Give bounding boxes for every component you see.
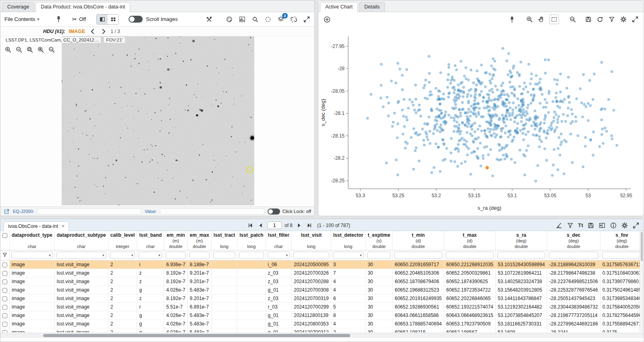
column-header-lsst_detector[interactable]: lsst_detectorlong xyxy=(331,231,366,250)
column-header-lsst_visit[interactable]: lsst_visitlong xyxy=(291,231,331,250)
zoom-out-icon[interactable] xyxy=(15,46,23,53)
horizontal-scrollbar[interactable] xyxy=(0,333,644,338)
save-chart-icon[interactable] xyxy=(585,16,592,23)
grid-view-button[interactable] xyxy=(108,15,118,24)
table-row[interactable]: imagelsst.visit_image2g4.026e-75.483e-7g… xyxy=(0,311,644,320)
filter-input-t_max[interactable] xyxy=(446,252,494,259)
close-icon[interactable]: × xyxy=(62,224,64,229)
file-contents-dropdown[interactable]: File Contents ▾ xyxy=(4,16,39,22)
column-header-s_fov[interactable]: s_fov(deg)double xyxy=(600,231,644,250)
zoom-fit-icon[interactable] xyxy=(26,46,33,53)
expand-icon[interactable] xyxy=(303,16,310,23)
column-header-lsst_patch[interactable]: lsst_patchlong xyxy=(237,231,266,250)
row-checkbox[interactable] xyxy=(2,271,7,276)
restore-chart-icon[interactable] xyxy=(596,16,604,23)
filter-select-lsst_detector[interactable]: ▾ xyxy=(333,252,364,259)
next-hdu-icon[interactable] xyxy=(100,28,107,35)
filter-input-lsst_visit[interactable] xyxy=(293,252,329,259)
filter-select-dataproduct_type[interactable]: ▾ xyxy=(11,252,53,259)
row-checkbox[interactable] xyxy=(2,296,7,301)
table-row[interactable]: imagelsst.visit_image2g4.026e-75.483e-7g… xyxy=(0,320,644,328)
table-row[interactable]: imagelsst.visit_image2g4.026e-75.483e-7g… xyxy=(0,286,644,294)
fits-image-viewport[interactable]: LSST.DP1, LSSTComCam, CC_O_202412… FOV:2… xyxy=(0,36,314,206)
pin-chart-icon[interactable] xyxy=(508,16,516,23)
expand-table-icon[interactable] xyxy=(632,222,640,229)
zoom-1x-icon[interactable]: 1x xyxy=(48,46,55,53)
color-palette-icon[interactable] xyxy=(226,16,233,23)
row-checkbox[interactable] xyxy=(2,263,7,267)
column-header-s_dec[interactable]: s_dec(deg)double xyxy=(547,231,600,250)
column-header-lsst_tract[interactable]: lsst_tractlong xyxy=(211,231,237,250)
click-lock-toggle[interactable] xyxy=(268,209,280,215)
scatter-chart[interactable]: 53.353.2553.253.1553.153.055352.95-27.95… xyxy=(318,27,644,216)
layers-icon[interactable]: 2 xyxy=(277,16,285,23)
add-chart-icon[interactable] xyxy=(323,16,331,23)
next-page-icon[interactable] xyxy=(295,222,303,229)
column-header-lsst_band[interactable]: lsst_bandchar xyxy=(137,231,164,250)
single-view-button[interactable] xyxy=(97,15,108,24)
filter-select-lsst_filter[interactable]: ▾ xyxy=(268,252,290,259)
page-input[interactable] xyxy=(267,221,282,229)
table-settings-icon[interactable] xyxy=(621,222,628,229)
filter-chart-icon[interactable] xyxy=(608,16,615,23)
add-column-icon[interactable] xyxy=(598,222,606,229)
zoom-fill-icon[interactable] xyxy=(37,46,44,53)
info-icon[interactable] xyxy=(610,222,617,229)
select-region-icon[interactable] xyxy=(264,16,272,23)
filter-table-icon[interactable] xyxy=(567,222,574,229)
previous-page-icon[interactable] xyxy=(257,222,264,229)
column-header-calib_level[interactable]: calib_levelinteger xyxy=(108,231,137,250)
open-in-new-icon[interactable] xyxy=(4,209,10,215)
filter-select-calib_level[interactable]: ▾ xyxy=(110,252,135,259)
vertical-scrollbar[interactable] xyxy=(640,231,644,332)
filter-input-em_min[interactable] xyxy=(166,252,185,259)
filter-input-t_min[interactable] xyxy=(394,252,442,259)
tab-coverage[interactable]: Coverage xyxy=(2,2,34,12)
table-row[interactable]: imagelsst.visit_image2z8.192e-79.201e-7z… xyxy=(0,294,644,303)
row-checkbox[interactable] xyxy=(2,313,7,318)
last-page-icon[interactable] xyxy=(305,222,313,229)
fits-image[interactable] xyxy=(62,36,254,205)
table-row[interactable]: imagelsst.visit_image2r5.51e-76.891e-7r_… xyxy=(0,303,644,311)
column-header-em_min[interactable]: em_min(m)double xyxy=(164,231,187,250)
filter-select-lsst_band[interactable]: ▾ xyxy=(139,252,162,259)
angle-tool-icon[interactable] xyxy=(555,222,563,229)
filter-select-dataproduct_subtype[interactable]: ▾ xyxy=(56,252,106,259)
column-header-em_max[interactable]: em_max(m)double xyxy=(187,231,211,250)
column-header-s_ra[interactable]: s_ra(deg)double xyxy=(496,231,547,250)
table-tab[interactable]: ivoa.ObsCore - data-int × xyxy=(4,221,69,231)
filter-input-em_max[interactable] xyxy=(189,252,210,259)
zoom-original-icon[interactable]: 1x xyxy=(569,16,576,23)
select-tool-button[interactable] xyxy=(549,15,559,24)
unlink-icon[interactable] xyxy=(290,16,297,23)
column-header-t_exptime[interactable]: t_exptime(s)double xyxy=(366,231,393,250)
row-checkbox[interactable] xyxy=(2,279,7,284)
scroll-images-toggle[interactable] xyxy=(129,16,143,23)
stretch-histogram-icon[interactable] xyxy=(239,16,246,23)
tools-icon[interactable] xyxy=(206,16,213,23)
column-header-dataproduct_subtype[interactable]: dataproduct_subtypechar xyxy=(54,231,108,250)
column-header-t_max[interactable]: t_max(d)double xyxy=(444,231,496,250)
row-checkbox[interactable] xyxy=(2,288,7,293)
first-page-icon[interactable] xyxy=(247,222,254,229)
pin-icon[interactable] xyxy=(55,15,62,23)
filter-input-s_fov[interactable] xyxy=(602,252,642,259)
tab-details[interactable]: Details xyxy=(359,2,385,12)
table-scroll-area[interactable]: dataproduct_typechardataproduct_subtypec… xyxy=(0,231,644,332)
column-header-lsst_filter[interactable]: lsst_filterchar xyxy=(266,231,291,250)
scrollbar-thumb[interactable] xyxy=(43,334,350,337)
row-checkbox[interactable] xyxy=(2,305,7,310)
row-checkbox[interactable] xyxy=(2,322,7,327)
column-header-t_min[interactable]: t_min(d)double xyxy=(393,231,444,250)
expand-chart-icon[interactable] xyxy=(632,16,639,23)
zoom-center-icon[interactable] xyxy=(251,16,259,23)
target-marker-icon[interactable] xyxy=(245,165,254,175)
column-header-dataproduct_type[interactable]: dataproduct_typechar xyxy=(10,231,55,250)
table-row[interactable]: imagelsst.visit_image2z8.192e-79.201e-7z… xyxy=(0,277,644,286)
pan-icon[interactable] xyxy=(538,16,545,23)
filter-input-t_exptime[interactable] xyxy=(367,252,391,259)
tab-data-product[interactable]: Data Product: ivoa.ObsCore - data-int xyxy=(35,2,130,12)
table-row[interactable]: imagelsst.visit_image2g4.026e-75.483e-7g… xyxy=(0,328,644,333)
zoom-in-icon[interactable] xyxy=(4,46,12,53)
cut-tool-button[interactable]: ✂ Off xyxy=(72,16,86,22)
